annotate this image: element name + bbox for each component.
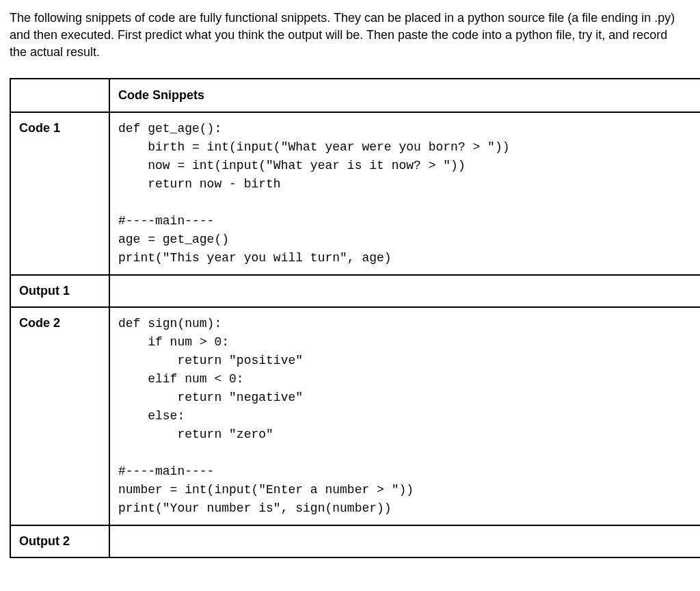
- code-2-content: def sign(num): if num > 0: return "posit…: [109, 307, 700, 525]
- output-2-label: Output 2: [10, 525, 109, 557]
- output-2-content[interactable]: [109, 525, 700, 557]
- code-snippets-table: Code Snippets Code 1 def get_age(): birt…: [10, 78, 700, 558]
- table-row: Code 1 def get_age(): birth = int(input(…: [10, 112, 700, 275]
- code-1-content: def get_age(): birth = int(input("What y…: [109, 112, 700, 275]
- output-1-content[interactable]: [109, 275, 700, 307]
- header-empty-cell: [10, 79, 109, 112]
- header-snippets-label: Code Snippets: [109, 79, 700, 112]
- code-2-label: Code 2: [10, 307, 109, 525]
- table-row: Output 1: [10, 275, 700, 307]
- output-1-label: Output 1: [10, 275, 109, 307]
- instructions-text: The following snippets of code are fully…: [10, 10, 700, 62]
- table-row: Code 2 def sign(num): if num > 0: return…: [10, 307, 700, 525]
- table-row: Output 2: [10, 525, 700, 557]
- code-1-label: Code 1: [10, 112, 109, 275]
- table-header-row: Code Snippets: [10, 79, 700, 112]
